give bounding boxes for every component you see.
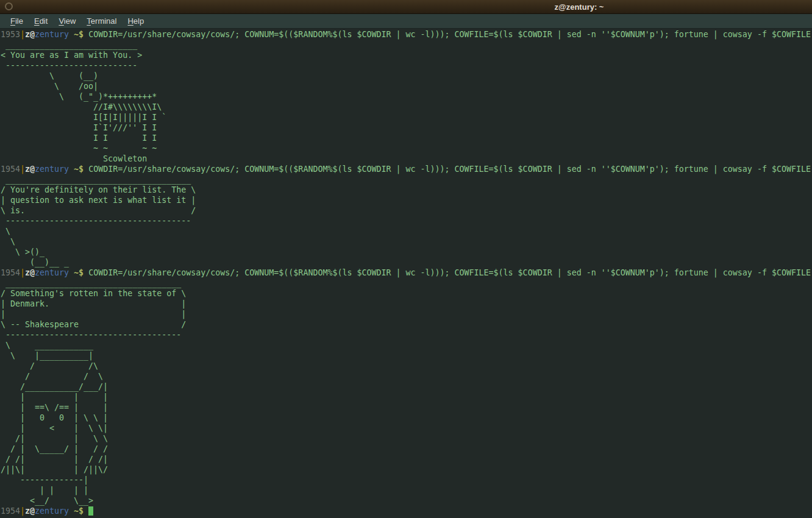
cowsay-output-duck: ______________________________________ /… bbox=[1, 174, 812, 268]
prompt-host: zentury bbox=[35, 30, 69, 39]
prompt-sigil: ~$ bbox=[69, 30, 88, 39]
prompt-separator: | bbox=[20, 30, 25, 39]
prompt-sigil: ~$ bbox=[69, 165, 88, 174]
history-number: 1953 bbox=[1, 30, 20, 39]
prompt-line-2: 1954|z@zentury ~$ COWDIR=/usr/share/cows… bbox=[1, 164, 812, 174]
prompt-separator: | bbox=[20, 165, 25, 174]
history-number: 1954 bbox=[1, 165, 20, 174]
prompt-user: z@ bbox=[25, 165, 35, 174]
cowsay-output-milk: ____________________________________ / S… bbox=[1, 278, 812, 506]
menu-view[interactable]: View bbox=[53, 15, 81, 28]
menubar: File Edit View Terminal Help bbox=[0, 14, 812, 29]
prompt-user: z@ bbox=[25, 30, 35, 39]
menu-terminal[interactable]: Terminal bbox=[81, 15, 122, 28]
prompt-line-1: 1953|z@zentury ~$ COWDIR=/usr/share/cows… bbox=[1, 29, 812, 40]
prompt-separator: | bbox=[20, 268, 25, 277]
history-number: 1954 bbox=[1, 268, 20, 277]
prompt-user: z@ bbox=[25, 506, 35, 516]
terminal-screen[interactable]: 1953|z@zentury ~$ COWDIR=/usr/share/cows… bbox=[0, 29, 812, 517]
prompt-host: zentury bbox=[35, 506, 69, 516]
cowsay-output-scowleton: ___________________________ < You are as… bbox=[1, 40, 812, 164]
prompt-separator: | bbox=[20, 506, 25, 516]
titlebar: z@zentury: ~ bbox=[0, 0, 812, 14]
menu-help[interactable]: Help bbox=[122, 15, 149, 28]
command-text: COWDIR=/usr/share/cowsay/cows/; COWNUM=$… bbox=[88, 165, 811, 174]
window-title: z@zentury: ~ bbox=[555, 2, 604, 12]
menu-edit[interactable]: Edit bbox=[29, 15, 53, 28]
prompt-line-current[interactable]: 1954|z@zentury ~$ bbox=[1, 506, 812, 516]
menu-file[interactable]: File bbox=[5, 15, 29, 28]
history-number: 1954 bbox=[1, 506, 20, 516]
prompt-sigil: ~$ bbox=[69, 506, 88, 516]
prompt-user: z@ bbox=[25, 268, 35, 277]
window-menu-icon[interactable] bbox=[5, 2, 13, 10]
command-text: COWDIR=/usr/share/cowsay/cows/; COWNUM=$… bbox=[88, 30, 811, 39]
prompt-sigil: ~$ bbox=[69, 268, 88, 277]
prompt-host: zentury bbox=[35, 165, 69, 174]
command-text: COWDIR=/usr/share/cowsay/cows/; COWNUM=$… bbox=[88, 268, 811, 277]
terminal-cursor bbox=[88, 506, 93, 516]
prompt-line-3: 1954|z@zentury ~$ COWDIR=/usr/share/cows… bbox=[1, 268, 812, 278]
prompt-host: zentury bbox=[35, 268, 69, 277]
